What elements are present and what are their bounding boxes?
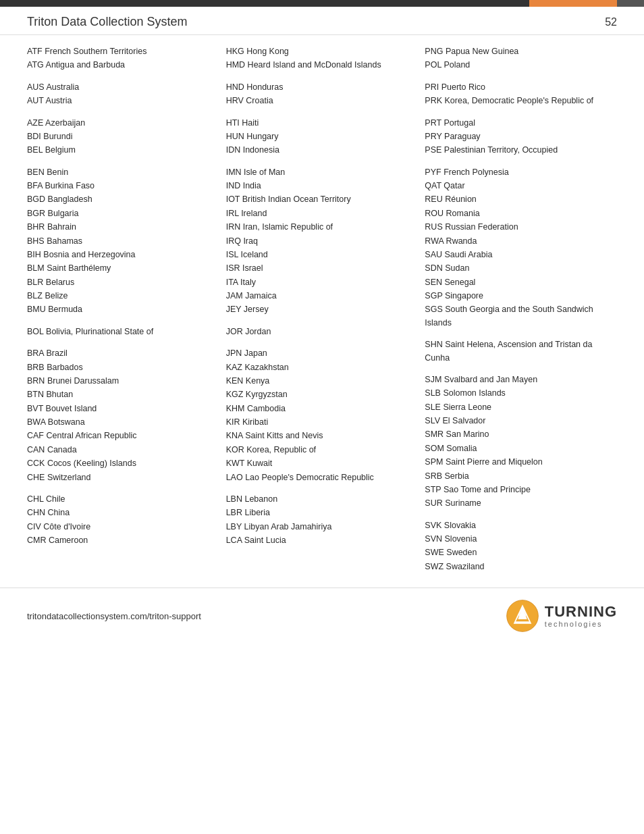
country-item: BGR Bulgaria: [27, 207, 219, 220]
country-item: KWT Kuwait: [226, 457, 419, 470]
country-name: Romania: [446, 209, 480, 218]
country-item: BHR Bahrain: [27, 221, 219, 234]
top-bar-dark: [617, 0, 644, 7]
country-name: Slovenia: [445, 534, 477, 544]
country-item: HKG Hong Kong: [226, 45, 419, 58]
country-code: SGP: [425, 291, 442, 301]
country-name: Haiti: [242, 118, 259, 128]
country-item: RWA Rwanda: [425, 235, 617, 248]
country-item: SVN Slovenia: [425, 533, 617, 546]
country-name: Indonesia: [243, 145, 279, 155]
country-item: STP Sao Tome and Principe: [425, 484, 617, 496]
country-name: Iran, Islamic Republic of: [243, 222, 333, 232]
country-name: Saudi Arabia: [445, 250, 493, 259]
country-name: China: [48, 508, 70, 517]
country-name: Suriname: [445, 498, 481, 508]
country-name: Antigua and Barbuda: [46, 60, 125, 70]
country-item: SOM Somalia: [425, 442, 617, 455]
country-name: Jamaica: [245, 291, 277, 301]
country-item: KGZ Kyrgyzstan: [226, 388, 419, 401]
country-code: ITA: [226, 278, 238, 287]
country-code: HTI: [226, 118, 240, 128]
country-item: ISR Israel: [226, 262, 419, 275]
country-code: ATG: [27, 60, 44, 70]
country-name: Somalia: [446, 444, 477, 453]
country-name: Hong Kong: [246, 47, 289, 56]
spacer: [226, 317, 419, 325]
country-name: Bangladesh: [48, 194, 92, 204]
country-name: French Southern Territories: [45, 47, 146, 56]
country-name: Bahrain: [47, 222, 76, 232]
country-name: Bulgaria: [48, 209, 79, 218]
country-code: KEN: [226, 376, 244, 386]
country-code: RWA: [425, 236, 444, 246]
country-code: IRL: [226, 209, 239, 218]
country-code: PNG: [425, 47, 443, 56]
country-name: Slovakia: [444, 521, 476, 530]
country-code: IMN: [226, 167, 242, 177]
country-item: BTN Bhutan: [27, 388, 219, 401]
spacer: [226, 109, 419, 117]
country-name: Israel: [242, 263, 263, 273]
country-item: SLV El Salvador: [425, 415, 617, 427]
country-code: LBN: [226, 494, 242, 504]
country-code: BDI: [27, 132, 41, 141]
country-item: SWE Sweden: [425, 546, 617, 559]
country-name: Honduras: [246, 82, 283, 92]
country-code: BHS: [27, 236, 45, 246]
country-name: Belgium: [45, 145, 76, 155]
country-item: AZE Azerbaijan: [27, 117, 219, 130]
country-code: HRV: [226, 96, 244, 105]
country-code: BRN: [27, 376, 45, 386]
country-code: JOR: [226, 327, 243, 336]
country-code: IRQ: [226, 236, 241, 246]
country-name: Ireland: [241, 209, 267, 218]
country-item: BRA Brazil: [27, 347, 219, 360]
country-code: RUS: [425, 222, 442, 232]
country-name: Jersey: [244, 305, 269, 314]
country-item: IND India: [226, 180, 419, 192]
country-code: BMU: [27, 305, 46, 314]
country-name: Paraguay: [444, 132, 481, 141]
country-name: Saint Kitts and Nevis: [245, 431, 323, 440]
country-item: KEN Kenya: [226, 375, 419, 388]
logo: TURNING technologies: [506, 599, 617, 633]
country-code: PRK: [425, 96, 442, 105]
country-item: IRN Iran, Islamic Republic of: [226, 221, 419, 234]
spacer: [226, 339, 419, 347]
country-name: Canada: [47, 445, 77, 454]
country-name: San Marino: [446, 429, 489, 439]
country-code: SPM: [425, 457, 443, 467]
country-name: Kenya: [246, 376, 269, 386]
country-code: SLV: [425, 416, 440, 425]
country-name: Saint Lucia: [244, 536, 286, 545]
country-item: SLE Sierra Leone: [425, 401, 617, 414]
country-code: CHE: [27, 473, 45, 482]
country-name: Côte d'Ivoire: [43, 522, 90, 531]
footer: tritondatacollectionsystem.com/triton-su…: [0, 588, 644, 644]
country-name: Belarus: [46, 278, 74, 287]
country-code: CHL: [27, 494, 44, 504]
country-item: PRT Portugal: [425, 117, 617, 130]
country-item: LBN Lebanon: [226, 493, 419, 506]
country-item: KAZ Kazakhstan: [226, 361, 419, 374]
country-code: SMR: [425, 429, 444, 439]
country-name: Kyrgyzstan: [246, 390, 288, 399]
country-name: Sierra Leone: [443, 402, 491, 412]
country-name: Singapore: [445, 291, 483, 301]
country-name: Korea, Democratic People's Republic of: [445, 96, 594, 105]
country-code: SOM: [425, 444, 444, 453]
country-code: KHM: [226, 404, 245, 413]
country-code: CMR: [27, 536, 46, 545]
country-code: SVN: [425, 534, 442, 544]
country-item: RUS Russian Federation: [425, 221, 617, 234]
country-code: ROU: [425, 209, 444, 218]
country-code: IDN: [226, 145, 241, 155]
country-name: El Salvador: [443, 416, 486, 425]
country-code: PSE: [425, 145, 441, 155]
country-item: BRN Brunei Darussalam: [27, 375, 219, 388]
country-item: SWZ Swaziland: [425, 561, 617, 573]
country-code: BEL: [27, 145, 43, 155]
country-code: BRB: [27, 363, 45, 372]
top-bar-accent: [529, 0, 617, 7]
